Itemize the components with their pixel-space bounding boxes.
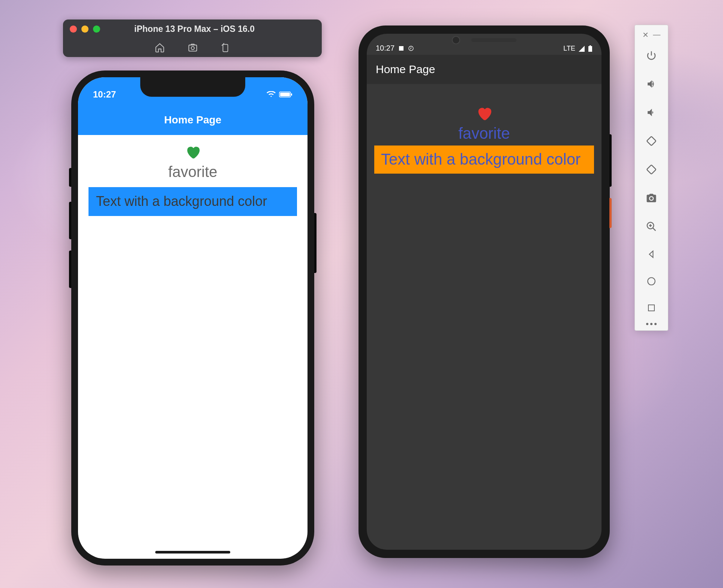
heart-icon xyxy=(184,144,201,162)
android-app-bar: Home Page xyxy=(367,55,602,84)
iphone-screen: 10:27 Home Page favorite Text with a bac… xyxy=(78,77,308,559)
ios-content-area: favorite Text with a background color xyxy=(78,135,308,225)
android-content-area: favorite Text with a background color xyxy=(367,84,602,181)
zoom-in-icon[interactable] xyxy=(646,221,657,232)
background-text-box: Text with a background color xyxy=(88,187,297,216)
android-device-frame: 10:27 LTE Home Page favorite Text with a… xyxy=(358,26,610,558)
page-title: Home Page xyxy=(164,114,222,126)
svg-point-1 xyxy=(191,46,194,50)
volume-up-icon[interactable] xyxy=(646,78,657,90)
favorite-label: favorite xyxy=(168,164,217,180)
svg-rect-5 xyxy=(291,93,292,96)
home-icon[interactable] xyxy=(646,276,656,286)
iphone-notch xyxy=(140,77,245,97)
android-navigation-bar xyxy=(367,527,602,550)
android-sensors xyxy=(452,36,516,44)
window-close-button[interactable] xyxy=(70,26,77,33)
android-screen: 10:27 LTE Home Page favorite Text with a… xyxy=(367,34,602,550)
ios-clock: 10:27 xyxy=(93,89,116,100)
close-icon[interactable]: ✕ xyxy=(642,30,649,39)
minimize-icon[interactable]: — xyxy=(653,30,660,39)
iphone-volume-up[interactable] xyxy=(69,202,71,239)
svg-rect-6 xyxy=(399,46,404,51)
ios-status-icons xyxy=(266,91,292,98)
battery-icon xyxy=(588,45,592,52)
network-label: LTE xyxy=(563,45,575,52)
iphone-device-frame: 10:27 Home Page favorite Text with a bac… xyxy=(71,70,314,566)
svg-rect-8 xyxy=(588,46,592,52)
heart-icon xyxy=(476,105,493,124)
back-icon[interactable] xyxy=(646,249,656,259)
battery-icon xyxy=(279,91,292,98)
camera-icon[interactable] xyxy=(646,192,657,204)
ios-nav-bar: Home Page xyxy=(78,105,308,135)
more-icon[interactable] xyxy=(635,318,668,325)
notification-icon xyxy=(408,45,414,51)
home-icon[interactable] xyxy=(154,42,165,53)
page-title: Home Page xyxy=(376,63,435,76)
ios-simulator-title: iPhone 13 Pro Max – iOS 16.0 xyxy=(100,24,289,34)
rotate-icon[interactable] xyxy=(220,43,230,52)
svg-rect-11 xyxy=(647,165,656,174)
svg-point-13 xyxy=(648,278,655,285)
rotate-left-icon[interactable] xyxy=(646,135,657,147)
svg-rect-2 xyxy=(223,44,228,51)
favorite-label: favorite xyxy=(458,124,510,142)
ios-simulator-window-chrome: iPhone 13 Pro Max – iOS 16.0 xyxy=(63,20,322,57)
iphone-mute-switch[interactable] xyxy=(69,168,71,187)
overview-icon[interactable] xyxy=(647,303,656,312)
android-clock: 10:27 xyxy=(376,44,394,52)
wifi-icon xyxy=(266,91,276,98)
iphone-home-indicator[interactable] xyxy=(155,551,230,554)
window-maximize-button[interactable] xyxy=(93,26,100,33)
svg-rect-9 xyxy=(590,45,591,46)
window-minimize-button[interactable] xyxy=(81,26,88,33)
iphone-volume-down[interactable] xyxy=(69,250,71,288)
iphone-power-button[interactable] xyxy=(314,213,316,273)
svg-rect-4 xyxy=(280,93,290,96)
volume-down-icon[interactable] xyxy=(646,107,657,118)
background-text-box: Text with a background color xyxy=(374,146,594,174)
android-power-button[interactable] xyxy=(609,198,612,228)
android-volume-button[interactable] xyxy=(609,134,612,187)
debug-icon xyxy=(398,45,404,51)
svg-rect-14 xyxy=(648,305,654,311)
android-speaker xyxy=(471,38,516,42)
android-front-camera xyxy=(452,36,460,44)
power-icon[interactable] xyxy=(646,50,657,61)
svg-rect-10 xyxy=(647,136,656,146)
android-emulator-toolbar: ✕ — xyxy=(634,25,668,331)
signal-icon xyxy=(578,45,585,52)
svg-rect-0 xyxy=(189,45,197,51)
screenshot-icon[interactable] xyxy=(188,42,198,53)
rotate-right-icon[interactable] xyxy=(646,164,657,175)
